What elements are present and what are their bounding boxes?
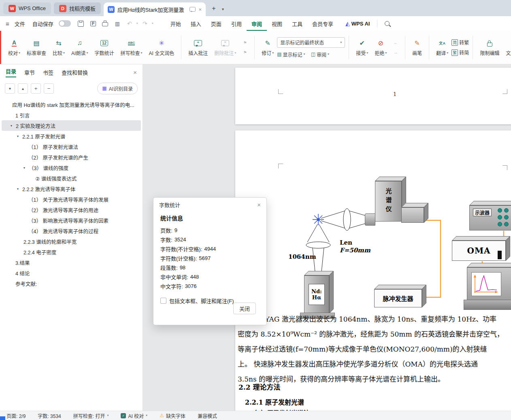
outline-item[interactable]: （1） 原子发射光谱法 [2, 141, 141, 152]
outline-item[interactable]: （3） 影响激光诱导等离子体的因素 [2, 215, 141, 226]
tab-page[interactable]: 页面 [206, 16, 226, 31]
outline-item[interactable]: 2.2.2 激光诱导等离子体 [2, 183, 141, 194]
spell-check-status[interactable]: 拼写检查: 打开 [73, 412, 109, 419]
markup-state-select[interactable]: 显示标记的最终状态 [277, 37, 345, 48]
search-icon[interactable] [385, 21, 390, 26]
collapse-all-button[interactable] [18, 83, 28, 94]
collapse-arrow-icon[interactable] [11, 124, 16, 128]
word-count-button[interactable]: 字数统计 [91, 36, 117, 58]
outline-item[interactable]: 2.2.4 电子密度 [2, 247, 141, 257]
tab-list-chevron-icon[interactable] [222, 7, 224, 11]
simplified-to-traditional-button[interactable]: 简 转繁 [451, 39, 469, 46]
expand-all-button[interactable] [5, 83, 15, 94]
track-changes-button[interactable]: 修订 [258, 36, 277, 58]
outline-item[interactable]: 2.2.3 谱线的轮廓和半宽 [2, 236, 141, 247]
review-pane-button[interactable]: 审阅 [311, 51, 329, 58]
print-preview-button[interactable] [112, 19, 123, 28]
previous-comment-icon[interactable] [241, 39, 249, 46]
export-pdf-button[interactable] [88, 19, 98, 28]
outline-item[interactable]: 应用 Hα谱线的 stark 加宽测量激光诱导等离子体的电... [2, 99, 141, 110]
redo-chevron-icon[interactable] [152, 22, 153, 25]
outline-item[interactable]: （4） 激光诱导等离子体的过程 [2, 226, 141, 236]
outline-item[interactable]: 4 结论 [2, 268, 141, 278]
undo-button[interactable] [124, 19, 135, 28]
traditional-to-simplified-button[interactable]: 繁 转简 [451, 49, 469, 56]
tab-wps-office[interactable]: WPS Office [3, 2, 51, 14]
sidebar-tab-find-replace[interactable]: 查找和替换 [62, 68, 88, 76]
compare-button[interactable]: 比较 [49, 36, 68, 58]
pen-button[interactable]: 画笔 [409, 36, 425, 58]
close-sidebar-icon[interactable] [133, 69, 137, 75]
collapse-arrow-icon[interactable] [23, 166, 29, 170]
outline-item[interactable]: 参考文献: [2, 278, 141, 289]
zoom-in-outline-button[interactable] [31, 83, 41, 94]
heading-2-2[interactable]: 2.2 理论方法 [238, 382, 281, 392]
document-page-1[interactable]: 1 [235, 68, 511, 124]
tab-view[interactable]: 视图 [267, 16, 287, 31]
outline-item[interactable]: 1 引言 [2, 110, 141, 120]
hamburger-icon[interactable] [6, 20, 9, 27]
zoom-out-outline-button[interactable] [44, 83, 54, 94]
sidebar-tab-bookmarks[interactable]: 书签 [43, 68, 53, 76]
previous-revision-icon[interactable] [392, 39, 400, 46]
proofread-label: 校对 [8, 49, 18, 56]
tab-home[interactable]: 开始 [166, 16, 186, 31]
tab-member[interactable]: 会员专享 [307, 16, 338, 31]
redo-button[interactable] [140, 19, 150, 28]
autosave-toggle[interactable] [59, 20, 71, 27]
spell-check-button[interactable]: 拼写检查 [117, 36, 145, 58]
doc-permission-button[interactable]: 文档权限 [502, 36, 511, 58]
tab-tools[interactable]: 工具 [287, 16, 307, 31]
outline-item-selected[interactable]: 2 实验及理论方法 [2, 120, 141, 131]
tab-active-document[interactable]: 应用Hα线的Stark加宽测量激 [104, 2, 206, 16]
outline-item[interactable]: （2） 激光诱导等离子体的用途 [2, 205, 141, 215]
standard-review-button[interactable]: 标准审查 [23, 36, 49, 58]
chevron-down-icon [272, 51, 274, 55]
collapse-arrow-icon[interactable] [17, 134, 22, 138]
ai-read-button[interactable]: AI朗读 [68, 36, 91, 58]
close-button[interactable]: 关闭 [233, 303, 256, 314]
body-paragraph[interactable]: Nd:YAG 激光器发出波长为 1064nm、脉宽为 10ns、重复频率为 10… [238, 312, 511, 387]
outline-item[interactable]: （1） 关于激光诱导等离子体的发展 [2, 194, 141, 205]
sidebar-tab-contents[interactable]: 目录 [6, 67, 16, 77]
page-indicator[interactable]: 页面: 2/9 [6, 412, 26, 419]
proofread-button[interactable]: 校对 [5, 36, 23, 58]
ai-polish-button[interactable]: AI 全文润色 [145, 36, 177, 58]
save-button[interactable] [76, 19, 86, 28]
delete-comment-button[interactable]: 删除批注 [211, 36, 239, 58]
ai-proofread-status[interactable]: AI 校对 [121, 412, 147, 419]
outline-item[interactable]: （3） 谱线的强度 [2, 162, 141, 173]
tab-insert[interactable]: 插入 [186, 16, 206, 31]
outline-item[interactable]: （2） 原子发射光谱的产生 [2, 152, 141, 162]
show-markup-button[interactable]: 显示标记 [277, 51, 305, 58]
close-tab-icon[interactable] [198, 7, 202, 12]
print-button[interactable] [100, 19, 111, 28]
tab-reference[interactable]: 引用 [226, 16, 247, 31]
outline-item[interactable]: ② 谱线强度表达式 [2, 173, 141, 183]
undo-chevron-icon[interactable] [136, 22, 138, 25]
accept-button[interactable]: 接受 [353, 36, 371, 58]
outline-item[interactable]: 3.结果 [2, 257, 141, 268]
next-revision-icon[interactable] [392, 49, 400, 55]
heading-2-2-1[interactable]: 2.2.1 原子发射光谱 [245, 397, 304, 407]
wps-ai-button[interactable]: WPS AI [345, 20, 370, 27]
word-count-indicator[interactable]: 字数: 3534 [38, 412, 61, 419]
collapse-arrow-icon[interactable] [17, 187, 22, 191]
missing-font-warning[interactable]: 缺失字体 [160, 412, 185, 419]
reject-button[interactable]: 拒绝 [371, 36, 390, 58]
new-tab-button[interactable] [209, 3, 219, 14]
sidebar-tab-chapters[interactable]: 章节 [24, 68, 35, 76]
close-dialog-icon[interactable] [257, 202, 261, 208]
tab-docer-templates[interactable]: 找稻壳模板 [54, 2, 101, 14]
restrict-editing-button[interactable]: 限制编辑 [477, 36, 502, 58]
next-comment-icon[interactable] [241, 49, 249, 55]
ai-proofread-icon [121, 413, 126, 418]
checkbox-icon[interactable] [160, 298, 166, 304]
tab-review[interactable]: 审阅 [247, 16, 267, 31]
document-page-2[interactable]: 光谱仪 示波器 OMA [235, 130, 511, 411]
file-menu[interactable]: 文件 [12, 20, 28, 28]
ai-recognize-toc-button[interactable]: AI识别目录 [97, 83, 138, 94]
insert-comment-button[interactable]: 插入批注 [185, 36, 211, 58]
translate-button[interactable]: 翻译 [433, 36, 451, 58]
outline-item[interactable]: 2.2.1 原子发射光谱 [2, 131, 141, 141]
